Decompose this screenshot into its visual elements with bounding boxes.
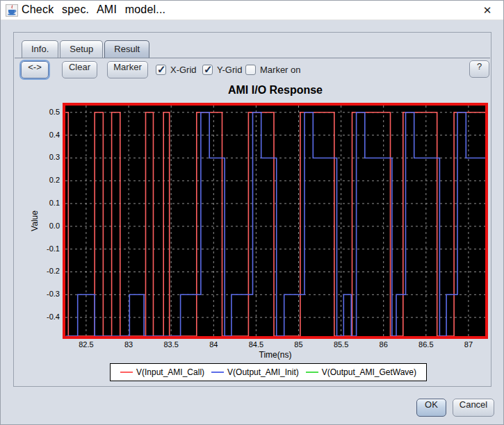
xgrid-label: X-Grid (170, 65, 197, 75)
xgrid-checkbox-group: X-Grid (156, 61, 197, 78)
y-tick-label: 0.3 (36, 153, 60, 161)
xgrid-checkbox[interactable] (156, 65, 166, 75)
y-tick-label: 0.4 (36, 131, 60, 139)
marker-on-label: Marker on (260, 65, 301, 75)
tab-result[interactable]: Result (104, 40, 149, 58)
x-tick-label: 84.5 (249, 340, 263, 349)
fit-button[interactable]: <-> (21, 61, 49, 78)
chart-legend: V(Input_AMI_Call) V(Output_AMI_Init) V(O… (110, 363, 427, 381)
marker-on-checkbox-group: Marker on (245, 61, 301, 78)
dialog-window: Check spec. AMI model... ✕ Info. Setup R… (0, 0, 504, 425)
y-axis-title: Value (30, 210, 40, 231)
ygrid-checkbox[interactable] (202, 65, 213, 75)
ygrid-checkbox-group: Y-Grid (202, 61, 242, 78)
chart-title: AMI I/O Response (63, 84, 488, 97)
legend-swatch-init (211, 372, 224, 373)
x-tick-label: 86 (380, 340, 388, 349)
java-icon (6, 4, 18, 17)
tab-divider (15, 58, 490, 58)
tab-strip: Info. Setup Result (22, 40, 151, 58)
plot-area[interactable] (63, 103, 488, 339)
marker-button[interactable]: Marker (107, 61, 148, 78)
legend-item: V(Output_AMI_GetWave) (306, 367, 416, 377)
x-tick-label: 82.5 (79, 340, 93, 349)
y-tick-label: 0.0 (36, 222, 60, 230)
x-tick-label: 83.5 (163, 340, 178, 349)
tab-setup[interactable]: Setup (60, 40, 103, 58)
cancel-button[interactable]: Cancel (453, 399, 494, 417)
x-tick-label: 86.5 (418, 340, 433, 349)
y-tick-label: 0.1 (36, 199, 60, 207)
y-tick-label: 0.5 (36, 108, 60, 116)
legend-swatch-getwave (306, 372, 318, 373)
legend-item: V(Input_AMI_Call) (120, 367, 204, 377)
tab-info[interactable]: Info. (22, 40, 58, 58)
x-tick-label: 87 (464, 340, 473, 349)
title-bar: Check spec. AMI model... ✕ (1, 1, 503, 20)
ygrid-label: Y-Grid (217, 65, 242, 75)
y-tick-label: -0.3 (36, 290, 60, 298)
result-panel: Info. Setup Result <-> Clear Marker X-Gr… (13, 32, 491, 387)
legend-item: V(Output_AMI_Init) (211, 367, 299, 377)
y-tick-label: -0.1 (36, 244, 60, 253)
y-tick-label: -0.4 (36, 312, 60, 321)
x-tick-label: 85 (294, 340, 302, 349)
waveform-canvas (65, 106, 485, 336)
window-title: Check spec. AMI model... (22, 3, 165, 16)
y-tick-label: -0.2 (36, 267, 60, 275)
close-icon[interactable]: ✕ (478, 3, 496, 18)
x-tick-label: 84 (209, 340, 218, 349)
x-tick-label: 85.5 (334, 340, 348, 349)
legend-swatch-input (120, 372, 133, 373)
ok-button[interactable]: OK (416, 399, 446, 417)
marker-on-checkbox[interactable] (245, 65, 256, 75)
y-tick-label: 0.2 (36, 176, 60, 184)
clear-button[interactable]: Clear (62, 61, 97, 78)
help-button[interactable]: ? (469, 60, 489, 78)
x-tick-label: 83 (124, 340, 133, 349)
x-axis-title: Time(ns) (63, 350, 488, 360)
